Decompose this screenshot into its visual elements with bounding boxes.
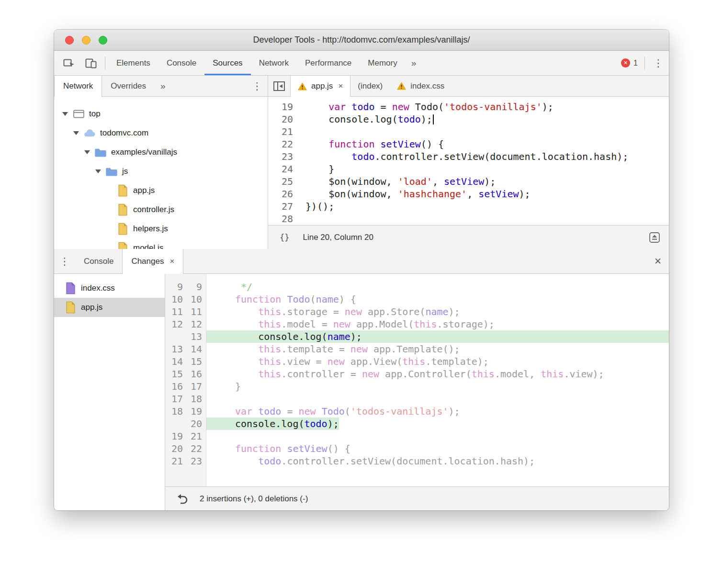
diff-old-line-number: 11 bbox=[165, 305, 186, 318]
diff-new-line-number: 11 bbox=[186, 305, 206, 318]
tab-elements[interactable]: Elements bbox=[108, 51, 158, 75]
line-number[interactable]: 23 bbox=[268, 150, 301, 163]
error-badge[interactable]: ✕ 1 bbox=[617, 51, 642, 75]
disclosure-triangle[interactable] bbox=[71, 131, 81, 135]
tab-sources[interactable]: Sources bbox=[204, 51, 250, 75]
diff-code-text: this.controller = new app.Controller(thi… bbox=[206, 368, 669, 380]
navigator-spacer bbox=[171, 76, 247, 96]
drawer-tab-changes[interactable]: Changes× bbox=[122, 249, 183, 274]
toolbar-separator bbox=[644, 57, 645, 69]
file-js-icon bbox=[114, 204, 131, 216]
navigator-tab-bar: NetworkOverrides » ⋮ bbox=[54, 76, 268, 97]
tab-performance[interactable]: Performance bbox=[297, 51, 360, 75]
file-js-icon bbox=[114, 242, 131, 249]
tab-memory[interactable]: Memory bbox=[360, 51, 405, 75]
code-text[interactable]: } bbox=[301, 163, 334, 175]
line-number[interactable]: 28 bbox=[268, 213, 301, 225]
close-window-button[interactable] bbox=[65, 36, 74, 45]
code-text[interactable]: console.log(todo); bbox=[301, 113, 434, 125]
window-controls bbox=[54, 36, 107, 45]
file-css-icon bbox=[66, 282, 76, 294]
line-number[interactable]: 24 bbox=[268, 163, 301, 175]
tree-item-js[interactable]: js bbox=[54, 162, 268, 181]
source-code-view[interactable]: 19 var todo = new Todo('todos-vanillajs'… bbox=[268, 97, 669, 225]
navigator-menu-button[interactable]: ⋮ bbox=[247, 76, 268, 96]
tree-item-examples-vanillajs[interactable]: examples/vanillajs bbox=[54, 143, 268, 162]
code-text[interactable]: $on(window, 'load', setView); bbox=[301, 175, 496, 188]
code-line: 23 todo.controller.setView(document.loca… bbox=[268, 150, 669, 163]
diff-code-text: function setView() { bbox=[206, 442, 669, 455]
diff-row: 1819var todo = new Todo('todos-vanillajs… bbox=[165, 405, 669, 418]
tab-console[interactable]: Console bbox=[158, 51, 204, 75]
diff-code-text: this.template = new app.Template(); bbox=[206, 343, 669, 355]
devtools-menu-button[interactable]: ⋮ bbox=[648, 51, 669, 75]
more-panels-chevron[interactable]: » bbox=[406, 51, 422, 75]
code-text[interactable]: $on(window, 'hashchange', setView); bbox=[301, 188, 531, 200]
diff-row: 1010function Todo(name) { bbox=[165, 293, 669, 305]
diff-row: 1212 this.model = new app.Model(this.sto… bbox=[165, 318, 669, 330]
line-number[interactable]: 21 bbox=[268, 125, 301, 138]
drawer-menu-button[interactable]: ⋮ bbox=[54, 249, 75, 273]
tab-close-icon[interactable]: × bbox=[338, 81, 343, 91]
changed-files-list: index.cssapp.js bbox=[54, 274, 165, 510]
zoom-window-button[interactable] bbox=[99, 36, 107, 45]
line-number[interactable]: 20 bbox=[268, 113, 301, 125]
tree-item-app-js[interactable]: app.js bbox=[54, 181, 268, 200]
code-text[interactable]: var todo = new Todo('todos-vanillajs'); bbox=[301, 101, 554, 113]
minimize-window-button[interactable] bbox=[82, 36, 90, 45]
line-number[interactable]: 19 bbox=[268, 101, 301, 113]
changes-file-label: index.css bbox=[81, 283, 115, 293]
tree-item-helpers-js[interactable]: helpers.js bbox=[54, 219, 268, 238]
diff-new-line-number: 23 bbox=[186, 455, 206, 467]
editor-tab-index-css[interactable]: index.css bbox=[390, 76, 452, 96]
code-text[interactable] bbox=[301, 213, 305, 225]
tree-item-todomvc-com[interactable]: todomvc.com bbox=[54, 124, 268, 143]
code-text[interactable] bbox=[301, 125, 305, 138]
code-text[interactable]: function setView() { bbox=[301, 138, 444, 150]
drawer-tab-console[interactable]: Console bbox=[75, 249, 122, 273]
tree-item-label: js bbox=[122, 167, 128, 176]
warning-icon bbox=[397, 82, 406, 90]
line-number[interactable]: 25 bbox=[268, 175, 301, 188]
device-toolbar-button[interactable] bbox=[80, 51, 102, 75]
line-number[interactable]: 26 bbox=[268, 188, 301, 200]
diff-code-text: this.model = new app.Model(this.storage)… bbox=[206, 318, 669, 330]
line-number[interactable]: 27 bbox=[268, 200, 301, 213]
tree-item-controller-js[interactable]: controller.js bbox=[54, 200, 268, 219]
tab-network[interactable]: Network bbox=[251, 51, 297, 75]
revert-changes-button[interactable] bbox=[177, 494, 189, 504]
diff-new-line-number: 13 bbox=[186, 330, 206, 343]
file-tree: toptodomvc.comexamples/vanillajsjsapp.js… bbox=[54, 97, 268, 249]
pretty-print-button[interactable]: {} bbox=[280, 233, 289, 242]
tree-item-label: helpers.js bbox=[133, 224, 168, 234]
editor-tab-index[interactable]: (index) bbox=[350, 76, 390, 96]
tree-item-top[interactable]: top bbox=[54, 104, 268, 124]
sidebar-tab-overrides[interactable]: Overrides bbox=[102, 76, 155, 96]
sidebar-tab-network[interactable]: Network bbox=[54, 76, 102, 97]
diff-old-line-number: 17 bbox=[165, 393, 186, 405]
diff-new-line-number: 12 bbox=[186, 318, 206, 330]
code-text[interactable]: })(); bbox=[301, 200, 334, 213]
tree-item-model-js[interactable]: model.js bbox=[54, 238, 268, 249]
changes-file-index-css[interactable]: index.css bbox=[54, 279, 165, 298]
disclosure-triangle[interactable] bbox=[93, 170, 103, 173]
diff-footer: 2 insertions (+), 0 deletions (-) bbox=[165, 486, 669, 510]
changes-file-label: app.js bbox=[81, 303, 102, 312]
diff-rows: 99 */1010function Todo(name) {1111 this.… bbox=[165, 281, 669, 467]
toggle-drawer-button[interactable] bbox=[649, 232, 660, 243]
inspect-element-button[interactable] bbox=[58, 51, 80, 75]
disclosure-triangle[interactable] bbox=[82, 150, 92, 154]
more-navigator-tabs-chevron[interactable]: » bbox=[155, 76, 171, 96]
disclosure-triangle[interactable] bbox=[60, 112, 70, 116]
code-text[interactable]: todo.controller.setView(document.locatio… bbox=[301, 150, 628, 163]
editor-tab-app-js[interactable]: app.js× bbox=[290, 76, 350, 97]
tab-close-icon[interactable]: × bbox=[169, 257, 174, 266]
editor-tab-label: index.css bbox=[410, 81, 444, 91]
cloud-icon bbox=[81, 128, 98, 138]
diff-code-text: todo.controller.setView(document.locatio… bbox=[206, 455, 669, 467]
titlebar[interactable]: Developer Tools - http://todomvc.com/exa… bbox=[54, 30, 669, 51]
changes-file-app-js[interactable]: app.js bbox=[54, 298, 165, 317]
line-number[interactable]: 22 bbox=[268, 138, 301, 150]
close-drawer-button[interactable]: ✕ bbox=[647, 249, 669, 273]
toggle-navigator-button[interactable] bbox=[268, 76, 290, 96]
